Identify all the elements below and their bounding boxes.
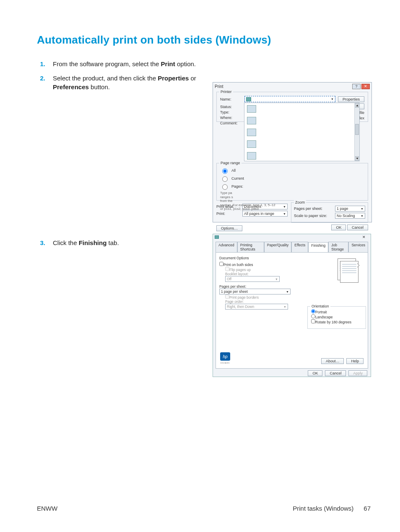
tab-services[interactable]: Services: [348, 242, 368, 252]
tab-effects[interactable]: Effects: [291, 242, 308, 252]
print-dialog-titlebar: Print ? ✕: [213, 83, 371, 90]
printer-name-select[interactable]: ▼: [244, 96, 335, 102]
chevron-down-icon: ▼: [275, 278, 278, 281]
print-dialog: Print ? ✕ Printer Name: ▼ Properties Sta…: [213, 82, 372, 222]
print-page-borders-checkbox: Print page borders: [225, 295, 259, 300]
step-1-bold: Print: [161, 60, 175, 67]
landscape-label: Landscape: [315, 315, 333, 319]
chevron-down-icon: ▼: [361, 207, 364, 210]
scroll-thumb[interactable]: [355, 124, 359, 135]
printer-legend: Printer: [219, 90, 233, 94]
chevron-down-icon: ▼: [331, 98, 334, 101]
step-3-post: tab.: [106, 239, 119, 246]
footer-page-number: 67: [364, 505, 371, 512]
step-2-number: 2.: [37, 74, 45, 91]
scroll-down-icon[interactable]: ▼: [355, 156, 359, 161]
pps-value: 1 page: [337, 207, 348, 211]
tab-finishing[interactable]: Finishing: [308, 242, 328, 253]
pr-current-label: Current: [231, 176, 244, 181]
orientation-portrait[interactable]: Portrait: [311, 310, 327, 314]
orientation-landscape[interactable]: Landscape: [311, 315, 333, 319]
help-button[interactable]: Help: [346, 358, 364, 364]
step-2-mid: or: [189, 75, 196, 82]
page-range-all[interactable]: All: [220, 167, 364, 174]
help-icon[interactable]: ?: [352, 84, 361, 89]
where-label: Where:: [220, 116, 242, 120]
footer-left: ENWW: [37, 505, 57, 512]
step-3-pre: Click the: [53, 239, 79, 246]
step-2-bold1: Properties: [158, 75, 189, 82]
orientation-fieldset: Orientation Portrait Landscape Rotate by…: [307, 306, 366, 329]
step-1-body: From the software program, select the Pr…: [53, 60, 205, 68]
pr-all-label: All: [231, 168, 236, 173]
step-2-bold2: Preferences: [53, 83, 89, 90]
properties-button[interactable]: Properties: [338, 96, 364, 102]
about-button[interactable]: About…: [321, 358, 344, 364]
step-2-body: Select the product, and then click the P…: [53, 74, 205, 91]
scale-select[interactable]: No Scaling▼: [335, 213, 365, 219]
ok-button[interactable]: OK: [331, 225, 346, 230]
pps-select[interactable]: 1 page▼: [335, 206, 365, 212]
page-order-select: Right, then Down▼: [225, 304, 288, 310]
booklet-layout-select: Off▼: [225, 276, 280, 282]
page-range-pages[interactable]: Pages:: [220, 183, 364, 190]
print-both-sides-checkbox[interactable]: Print on both sides: [219, 263, 253, 267]
hp-logo-icon: hp: [220, 352, 230, 361]
page-range-current[interactable]: Current: [220, 175, 364, 182]
pr-hint-line: ranges s: [220, 195, 233, 199]
step-3-body: Click the Finishing tab.: [53, 239, 205, 247]
print-both-sides-label: Print on both sides: [223, 263, 253, 267]
page-footer: ENWW Print tasks (Windows) 67: [37, 505, 371, 512]
flip-pages-up-label: Flip pages up: [229, 268, 251, 272]
scale-label: Scale to paper size:: [294, 214, 332, 218]
pr-hint-line: from the: [220, 199, 232, 203]
page-title: Automatically print on both sides (Windo…: [37, 34, 371, 46]
cancel-button[interactable]: Cancel: [325, 370, 346, 376]
list-item[interactable]: [244, 115, 359, 127]
comment-label: Comment:: [220, 121, 242, 125]
tab-advanced[interactable]: Advanced: [216, 242, 237, 252]
pr-hint-line: section. For example, type 1, 3, 5–12: [220, 203, 275, 207]
pps2-value: 1 page per sheet: [221, 289, 248, 294]
chevron-down-icon: ▼: [361, 214, 364, 217]
printer-icon: [247, 140, 256, 148]
zoom-legend: Zoom: [294, 200, 306, 204]
rotate-180-checkbox[interactable]: Rotate by 180 degrees: [311, 320, 351, 324]
pps2-label: Pages per sheet:: [219, 284, 303, 289]
list-item[interactable]: [244, 127, 359, 138]
document-options: Document Options Print on both sides Fli…: [219, 256, 303, 310]
step-3-bold: Finishing: [79, 239, 107, 246]
rotate-label: Rotate by 180 degrees: [315, 320, 351, 324]
tab-printing-shortcuts[interactable]: Printing Shortcuts: [237, 242, 264, 252]
close-icon[interactable]: ✕: [361, 84, 370, 89]
list-item[interactable]: [244, 150, 359, 161]
tab-job-storage[interactable]: Job Storage: [328, 242, 348, 252]
options-button[interactable]: Options…: [216, 225, 242, 231]
tab-strip: Advanced Printing Shortcuts Paper/Qualit…: [216, 242, 368, 252]
scrollbar[interactable]: ▲ ▼: [354, 103, 359, 161]
printer-icon: [215, 235, 219, 239]
step-2-pre: Select the product, and then click the: [53, 75, 158, 82]
layout-preview: [325, 257, 362, 284]
printer-icon: [247, 117, 256, 124]
printer-icon: [246, 97, 251, 101]
print-select[interactable]: All pages in range▼: [242, 211, 288, 217]
scroll-up-icon[interactable]: ▲: [355, 103, 359, 108]
cancel-button[interactable]: Cancel: [347, 225, 368, 230]
pr-hint-line: or p1s1, p1s2, p1s3–p8s3: [220, 207, 259, 211]
step-2: 2. Select the product, and then click th…: [37, 74, 205, 91]
list-item[interactable]: [244, 138, 359, 150]
status-label: Status:: [220, 105, 242, 109]
step-1-pre: From the software program, select the: [53, 60, 161, 67]
pr-hint-line: Type pa: [220, 191, 232, 195]
steps-list: 1. From the software program, select the…: [37, 60, 205, 247]
printer-dropdown-list[interactable]: ▲ ▼: [244, 103, 360, 161]
list-item[interactable]: [244, 103, 359, 115]
chevron-down-icon: ▼: [286, 290, 289, 293]
step-3-number: 3.: [37, 239, 45, 247]
ok-button[interactable]: OK: [308, 370, 322, 376]
pps2-select[interactable]: 1 page per sheet▼: [219, 289, 291, 294]
type-label: Type:: [220, 110, 242, 114]
tab-paper-quality[interactable]: Paper/Quality: [264, 242, 292, 252]
close-icon[interactable]: ✕: [362, 235, 369, 240]
